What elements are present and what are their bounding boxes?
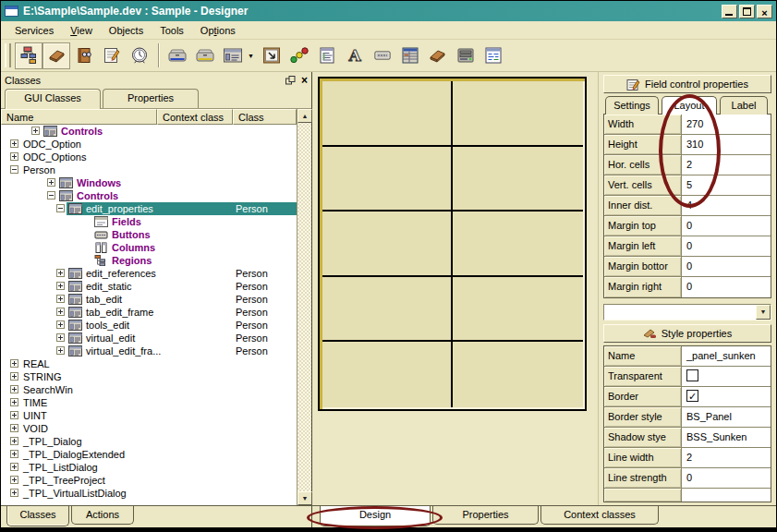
tree-row-buttons[interactable]: Buttons: [1, 228, 297, 241]
tree-row-fields[interactable]: Fields: [1, 215, 297, 228]
tab-properties[interactable]: Properties: [432, 506, 539, 525]
tree-row-windows[interactable]: Windows: [1, 176, 297, 189]
class-tree-button[interactable]: [15, 42, 42, 69]
tree-row-real[interactable]: REAL: [1, 357, 297, 370]
collapse-minus-icon[interactable]: [56, 204, 65, 212]
tree-row-string[interactable]: STRING: [1, 370, 297, 383]
tree-row-edit-references[interactable]: edit_referencesPerson: [1, 267, 297, 280]
class-book-button[interactable]: [70, 42, 98, 69]
tree-row-tpl-listdialog[interactable]: _TPL_ListDialog: [1, 461, 297, 474]
expand-plus-icon[interactable]: [56, 308, 65, 316]
expand-plus-icon[interactable]: [47, 178, 55, 187]
grid-cell[interactable]: [453, 277, 583, 343]
expand-plus-icon[interactable]: [56, 320, 65, 329]
eraser-button[interactable]: [42, 42, 70, 69]
maximize-button[interactable]: [739, 5, 755, 18]
tab-actions[interactable]: Actions: [71, 506, 134, 525]
title-bar[interactable]: E:\Sample\Sample.dev : Sample - Designer…: [1, 1, 776, 21]
expand-plus-icon[interactable]: [10, 398, 18, 406]
grid-cell[interactable]: [322, 147, 453, 212]
tree-row-edit-properties[interactable]: edit_propertiesPerson: [1, 202, 297, 215]
tree-scrollbar[interactable]: ▲ ▼: [297, 109, 311, 505]
menu-options[interactable]: Options: [192, 23, 244, 38]
design-canvas[interactable]: [318, 77, 587, 411]
tree-row-tpl-virtuallistdialog[interactable]: _TPL_VirtualListDialog: [1, 487, 297, 500]
tab-classes[interactable]: Classes: [6, 506, 69, 526]
expand-plus-icon[interactable]: [10, 489, 18, 497]
style-value-border[interactable]: ✓: [682, 387, 771, 406]
grid-cell[interactable]: [453, 81, 583, 147]
field-control-properties-button[interactable]: Field control properties: [603, 75, 771, 93]
layout-value-vert-cells[interactable]: 5: [682, 175, 771, 195]
expand-plus-icon[interactable]: [10, 152, 18, 161]
tree-row-controls[interactable]: Controls: [1, 125, 297, 138]
tree-row-tab-edit-frame[interactable]: tab_edit_framePerson: [1, 306, 297, 319]
menu-tools[interactable]: Tools: [152, 23, 192, 38]
layout-value-inner-dist[interactable]: 4: [682, 196, 771, 215]
checkbox-checked-icon[interactable]: ✓: [686, 390, 698, 402]
expand-plus-icon[interactable]: [10, 359, 18, 368]
tree-row-odc-option[interactable]: ODC_Option: [1, 138, 297, 151]
tab-settings[interactable]: Settings: [605, 96, 659, 115]
tree-row-tab-edit[interactable]: tab_editPerson: [1, 293, 297, 306]
expand-plus-icon[interactable]: [56, 295, 65, 303]
grid-cell[interactable]: [322, 277, 453, 343]
layout-value-margin-right[interactable]: 0: [682, 277, 771, 297]
tree-row-person[interactable]: Person: [1, 163, 297, 176]
edit-source-button[interactable]: [98, 42, 126, 69]
collapse-minus-icon[interactable]: [47, 191, 55, 200]
tab-context-classes[interactable]: Context classes: [540, 506, 659, 525]
expand-plus-icon[interactable]: [56, 346, 65, 355]
tree-row-searchwin[interactable]: SearchWin: [1, 383, 297, 396]
tree-row-void[interactable]: VOID: [1, 422, 297, 435]
history-clock-button[interactable]: [126, 42, 153, 69]
tree-row-odc-options[interactable]: ODC_Options: [1, 151, 297, 163]
style-combo[interactable]: ▼: [603, 304, 771, 320]
script-window-button[interactable]: [480, 42, 507, 69]
grid-cell[interactable]: [322, 342, 453, 407]
form-list-button[interactable]: [219, 42, 247, 69]
tree-row-tpl-dialog[interactable]: _TPL_Dialog: [1, 435, 297, 448]
layout-value-margin-left[interactable]: 0: [682, 236, 771, 256]
close-button[interactable]: ×: [757, 5, 772, 18]
layout-value-width[interactable]: 270: [682, 115, 771, 134]
button-control-button[interactable]: [369, 42, 396, 69]
grid-cell[interactable]: [453, 212, 583, 277]
expand-plus-icon[interactable]: [56, 269, 65, 277]
preview-button[interactable]: [258, 42, 285, 69]
layout-value-margin-bottor[interactable]: 0: [682, 257, 771, 276]
expand-plus-icon[interactable]: [10, 139, 18, 148]
style-value-line-width[interactable]: 2: [682, 448, 771, 467]
tab-label[interactable]: Label: [720, 96, 768, 115]
drawer-blue-button[interactable]: [164, 42, 191, 69]
menu-services[interactable]: Services: [6, 23, 62, 38]
report-button[interactable]: [313, 42, 341, 69]
checkbox-unchecked-icon[interactable]: [686, 369, 698, 381]
layout-value-hor-cells[interactable]: 2: [682, 155, 771, 175]
grid-cell[interactable]: [322, 81, 453, 147]
tree-row-regions[interactable]: Regions: [1, 254, 297, 267]
column-header-context-class[interactable]: Context class: [157, 109, 233, 125]
toolbar-grip[interactable]: [5, 43, 11, 67]
tree-row-virtual-edit[interactable]: virtual_editPerson: [1, 332, 297, 345]
expand-plus-icon[interactable]: [10, 476, 18, 484]
layout-value-margin-top[interactable]: 0: [682, 216, 771, 236]
drawer-yellow-button[interactable]: [191, 42, 219, 69]
tree-row-controls[interactable]: Controls: [1, 189, 297, 202]
traffic-light-button[interactable]: [285, 42, 313, 69]
dropdown-arrow-icon[interactable]: ▼: [247, 53, 258, 59]
menu-objects[interactable]: Objects: [101, 23, 152, 38]
expand-plus-icon[interactable]: [10, 450, 18, 458]
tab-properties[interactable]: Properties: [103, 89, 199, 108]
tree-row-edit-static[interactable]: edit_staticPerson: [1, 280, 297, 293]
style-value-shadow-stye[interactable]: BSS_Sunken: [682, 428, 771, 447]
column-header-name[interactable]: Name: [1, 109, 157, 125]
column-header-class[interactable]: Class: [233, 109, 297, 125]
grid-cell[interactable]: [453, 147, 583, 212]
scroll-up-button[interactable]: ▲: [297, 109, 312, 123]
expand-plus-icon[interactable]: [31, 127, 40, 135]
combo-dropdown-icon[interactable]: ▼: [756, 305, 771, 320]
close-panel-icon[interactable]: ×: [301, 76, 308, 85]
style-value-line-strength[interactable]: 0: [682, 468, 771, 488]
expand-plus-icon[interactable]: [10, 463, 18, 471]
